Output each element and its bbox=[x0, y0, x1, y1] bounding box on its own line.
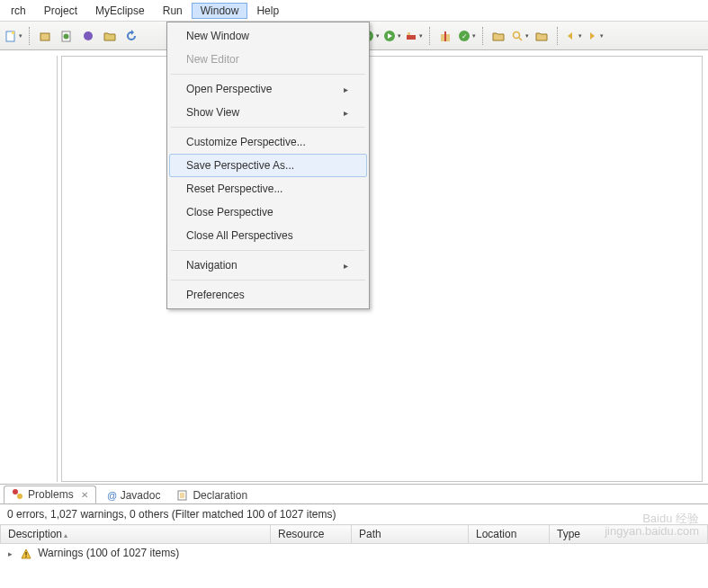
menuitem-save-perspective-as[interactable]: Save Perspective As... bbox=[169, 154, 367, 177]
menu-run[interactable]: Run bbox=[154, 3, 192, 19]
svg-point-4 bbox=[64, 33, 69, 39]
col-location[interactable]: Location bbox=[469, 525, 550, 544]
left-panel[interactable] bbox=[0, 56, 58, 482]
open-resource-icon bbox=[535, 30, 548, 42]
new-icon bbox=[4, 30, 17, 42]
menu-window[interactable]: Window bbox=[192, 3, 248, 19]
menu-bar: rch Project MyEclipse Run Window Help bbox=[0, 0, 708, 22]
svg-rect-1 bbox=[12, 31, 14, 34]
problems-status: 0 errors, 1,027 warnings, 0 others (Filt… bbox=[0, 504, 708, 524]
menuitem-preferences[interactable]: Preferences bbox=[169, 283, 367, 307]
problems-icon bbox=[12, 488, 24, 501]
row-text: Warnings (100 of 1027 items) bbox=[38, 547, 179, 559]
toolbar-btn-new[interactable] bbox=[4, 26, 23, 46]
tab-problems-label: Problems bbox=[28, 488, 74, 501]
svg-rect-9 bbox=[408, 32, 410, 35]
svg-rect-21 bbox=[25, 556, 26, 557]
menuitem-new-editor: New Editor bbox=[169, 48, 367, 71]
gift-icon bbox=[439, 30, 452, 42]
refresh-icon bbox=[125, 30, 138, 42]
search-icon bbox=[511, 30, 524, 42]
warning-icon bbox=[21, 548, 31, 559]
tab-problems[interactable]: Problems ✕ bbox=[4, 486, 96, 503]
tab-javadoc-label: Javadoc bbox=[121, 489, 161, 502]
submenu-arrow-icon bbox=[344, 106, 348, 119]
prev-icon bbox=[564, 30, 577, 42]
menuitem-open-perspective[interactable]: Open Perspective bbox=[169, 77, 367, 101]
editor-area[interactable] bbox=[61, 56, 703, 482]
svg-text:✓: ✓ bbox=[462, 32, 468, 40]
submenu-arrow-icon bbox=[344, 83, 348, 95]
col-type[interactable]: Type bbox=[550, 525, 708, 544]
toolbar-btn-open-folder[interactable] bbox=[488, 26, 508, 46]
col-resource[interactable]: Resource bbox=[271, 525, 352, 544]
toolbar-btn-build[interactable]: ✓ bbox=[457, 26, 477, 46]
menuitem-show-view[interactable]: Show View bbox=[169, 101, 367, 124]
bottom-tabs: Problems ✕ @ Javadoc Declaration bbox=[0, 485, 708, 504]
menu-myeclipse[interactable]: MyEclipse bbox=[86, 3, 154, 19]
menu-search-partial[interactable]: rch bbox=[2, 3, 35, 19]
open-folder-icon bbox=[492, 30, 505, 42]
external-tools-icon bbox=[405, 30, 417, 42]
menuitem-close-perspective[interactable]: Close Perspective bbox=[169, 200, 367, 224]
col-description[interactable]: Description bbox=[1, 525, 271, 544]
toolbar-btn-run-alt[interactable] bbox=[382, 26, 402, 46]
submenu-arrow-icon bbox=[344, 259, 348, 272]
menuitem-new-window[interactable]: New Window bbox=[169, 24, 367, 48]
col-path[interactable]: Path bbox=[352, 525, 469, 544]
build-icon: ✓ bbox=[458, 30, 471, 42]
svg-rect-11 bbox=[444, 31, 446, 41]
run-alt-icon bbox=[383, 30, 396, 42]
toolbar-btn-class[interactable] bbox=[57, 26, 76, 46]
menuitem-reset-perspective[interactable]: Reset Perspective... bbox=[169, 177, 367, 200]
javadoc-icon: @ bbox=[104, 489, 117, 502]
next-icon bbox=[586, 30, 598, 42]
declaration-icon bbox=[176, 489, 189, 502]
svg-rect-8 bbox=[407, 35, 416, 40]
bottom-panel: Problems ✕ @ Javadoc Declaration 0 error… bbox=[0, 484, 708, 588]
toolbar-btn-refresh[interactable] bbox=[121, 26, 141, 46]
toolbar-btn-external[interactable] bbox=[404, 26, 424, 46]
svg-rect-2 bbox=[40, 33, 49, 40]
menuitem-close-all-perspectives[interactable]: Close All Perspectives bbox=[169, 224, 367, 247]
table-row[interactable]: Warnings (100 of 1027 items) bbox=[1, 544, 708, 563]
tab-close-icon[interactable]: ✕ bbox=[81, 490, 88, 500]
svg-point-5 bbox=[84, 31, 93, 40]
toolbar-btn-interface[interactable] bbox=[78, 26, 98, 46]
toolbar-btn-next[interactable] bbox=[585, 26, 605, 46]
svg-point-17 bbox=[17, 494, 22, 499]
svg-point-14 bbox=[514, 31, 520, 38]
expand-icon[interactable] bbox=[8, 547, 18, 559]
svg-text:@: @ bbox=[107, 490, 117, 501]
svg-line-15 bbox=[519, 38, 522, 40]
toolbar-btn-folder[interactable] bbox=[100, 26, 120, 46]
menu-project[interactable]: Project bbox=[35, 3, 86, 19]
tab-declaration[interactable]: Declaration bbox=[168, 486, 255, 503]
folder-icon bbox=[103, 30, 116, 42]
interface-icon bbox=[82, 30, 94, 42]
problems-table: Description Resource Path Location Type … bbox=[0, 524, 708, 562]
toolbar-btn-prev[interactable] bbox=[563, 26, 583, 46]
svg-point-16 bbox=[13, 489, 18, 494]
menuitem-customize-perspective[interactable]: Customize Perspective... bbox=[169, 130, 367, 154]
toolbar-btn-open-resource[interactable] bbox=[532, 26, 551, 46]
menuitem-navigation[interactable]: Navigation bbox=[169, 254, 367, 277]
menu-help[interactable]: Help bbox=[247, 3, 288, 19]
tab-declaration-label: Declaration bbox=[193, 489, 247, 502]
package-icon bbox=[39, 30, 51, 42]
svg-rect-20 bbox=[25, 552, 26, 556]
toolbar-btn-package[interactable] bbox=[35, 26, 55, 46]
toolbar-btn-gift[interactable] bbox=[435, 26, 455, 46]
window-menu-dropdown: New Window New Editor Open Perspective S… bbox=[166, 22, 370, 309]
toolbar-btn-search[interactable] bbox=[510, 26, 530, 46]
class-icon bbox=[60, 30, 73, 42]
tab-javadoc[interactable]: @ Javadoc bbox=[96, 486, 169, 503]
